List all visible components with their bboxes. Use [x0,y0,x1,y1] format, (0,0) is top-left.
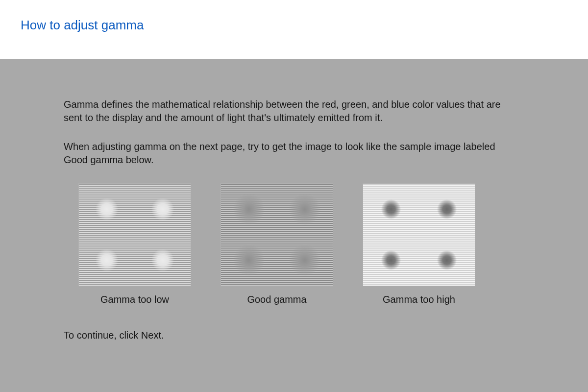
gamma-definition-text: Gamma defines the mathematical relations… [64,98,514,124]
continue-instruction-text: To continue, click Next. [64,330,524,341]
gamma-sample-high-image [363,183,475,286]
gamma-instruction-text: When adjusting gamma on the next page, t… [64,140,514,167]
gamma-sample-good-label: Good gamma [247,294,306,305]
gamma-sample-good-image [220,183,333,286]
gamma-sample-high-label: Gamma too high [383,294,455,305]
header-bar: How to adjust gamma [0,0,588,59]
gamma-sample-high: Gamma too high [363,183,475,305]
gamma-sample-good: Good gamma [220,183,333,305]
content-panel: Gamma defines the mathematical relations… [0,59,588,392]
page-title: How to adjust gamma [21,18,588,33]
gamma-sample-low: Gamma too low [78,183,191,305]
gamma-sample-low-label: Gamma too low [100,294,169,305]
gamma-sample-low-image [78,183,191,286]
gamma-samples-row: Gamma too low Good gamma [78,183,524,305]
